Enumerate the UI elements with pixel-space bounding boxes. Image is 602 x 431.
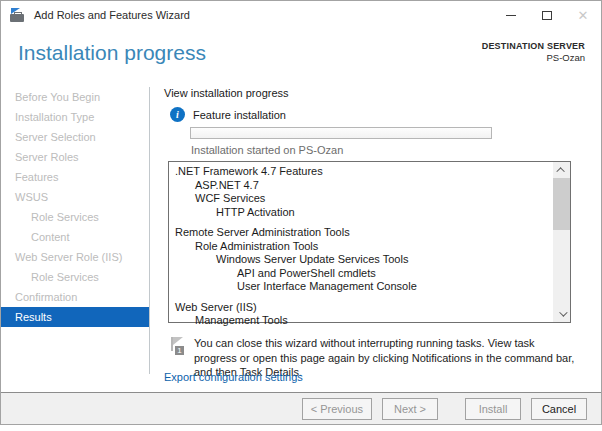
- minimize-icon: [506, 15, 516, 16]
- sidebar-item-server-selection[interactable]: Server Selection: [1, 127, 149, 147]
- result-tree-item: User Interface Management Console: [169, 280, 552, 294]
- minimize-button[interactable]: [493, 1, 529, 29]
- scroll-up-button[interactable]: [553, 162, 570, 178]
- page-title: Installation progress: [18, 41, 206, 65]
- result-tree-item: .NET Framework 4.7 Features: [169, 165, 552, 179]
- sidebar-item-web-server-role-iis-[interactable]: Web Server Role (IIS): [1, 247, 149, 267]
- results-listbox[interactable]: .NET Framework 4.7 FeaturesASP.NET 4.7WC…: [168, 161, 571, 323]
- scrollbar[interactable]: [553, 162, 570, 322]
- close-button[interactable]: ✕: [565, 1, 601, 29]
- next-button[interactable]: Next >: [382, 398, 438, 420]
- result-tree-item: Management Tools: [169, 314, 552, 328]
- sidebar-item-results[interactable]: Results: [1, 307, 149, 327]
- result-tree-item: Web Server (IIS): [169, 301, 552, 315]
- sidebar-item-wsus[interactable]: WSUS: [1, 187, 149, 207]
- info-icon: i: [170, 107, 185, 122]
- view-progress-label: View installation progress: [164, 87, 289, 99]
- wizard-nav: Before You BeginInstallation TypeServer …: [1, 87, 149, 327]
- result-tree-item: ASP.NET 4.7: [169, 179, 552, 193]
- sidebar-item-confirmation[interactable]: Confirmation: [1, 287, 149, 307]
- cancel-button[interactable]: Cancel: [531, 398, 587, 420]
- sidebar-item-before-you-begin[interactable]: Before You Begin: [1, 87, 149, 107]
- previous-button[interactable]: < Previous: [302, 398, 372, 420]
- progress-bar: [190, 127, 492, 139]
- nav-divider: [149, 87, 150, 374]
- destination-server-block: DESTINATION SERVER PS-Ozan: [482, 41, 585, 63]
- result-tree-item: HTTP Activation: [169, 206, 552, 220]
- window-title: Add Roles and Features Wizard: [34, 9, 190, 21]
- result-tree-item: WCF Services: [169, 192, 552, 206]
- result-tree-item: Remote Server Administration Tools: [169, 226, 552, 240]
- result-tree-item: API and PowerShell cmdlets: [169, 267, 552, 281]
- chevron-down-icon: [559, 308, 567, 316]
- scroll-thumb[interactable]: [553, 178, 570, 230]
- close-icon: ✕: [578, 8, 589, 23]
- scroll-down-button[interactable]: [553, 306, 570, 322]
- notification-badge: 1: [174, 345, 185, 356]
- task-title: Feature installation: [193, 109, 286, 121]
- server-manager-icon: [10, 8, 26, 22]
- install-button[interactable]: Install: [465, 398, 521, 420]
- sidebar-item-installation-type[interactable]: Installation Type: [1, 107, 149, 127]
- result-tree-item: Windows Server Update Services Tools: [169, 253, 552, 267]
- destination-server-name: PS-Ozan: [482, 52, 585, 63]
- results-tree: .NET Framework 4.7 FeaturesASP.NET 4.7WC…: [169, 165, 552, 328]
- installation-status: Installation started on PS-Ozan: [191, 144, 343, 156]
- sidebar-item-server-roles[interactable]: Server Roles: [1, 147, 149, 167]
- export-configuration-link[interactable]: Export configuration settings: [164, 371, 303, 383]
- sidebar-item-content[interactable]: Content: [1, 227, 149, 247]
- notification-flag-icon: 1: [171, 337, 189, 359]
- destination-server-label: DESTINATION SERVER: [482, 41, 585, 52]
- title-bar: Add Roles and Features Wizard ✕: [1, 1, 601, 29]
- footer-button-bar: < PreviousNext >InstallCancel: [1, 392, 601, 424]
- chevron-up-icon: [556, 167, 564, 175]
- sidebar-item-features[interactable]: Features: [1, 167, 149, 187]
- maximize-icon: [542, 11, 552, 20]
- result-tree-item: Role Administration Tools: [169, 240, 552, 254]
- maximize-button[interactable]: [529, 1, 565, 29]
- sidebar-item-role-services[interactable]: Role Services: [1, 267, 149, 287]
- sidebar-item-role-services[interactable]: Role Services: [1, 207, 149, 227]
- wizard-window: Add Roles and Features Wizard ✕ Installa…: [0, 0, 602, 425]
